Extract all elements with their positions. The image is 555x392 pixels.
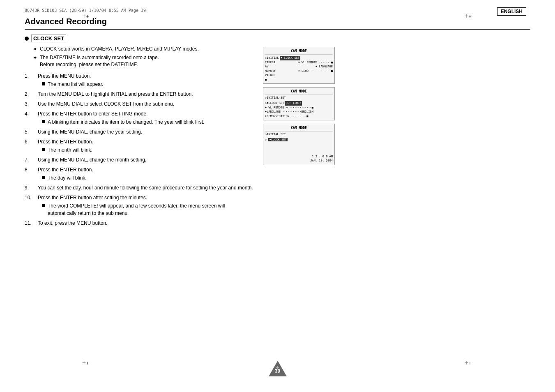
note-item-2: ✦ The DATE/TIME is automatically recorde… (33, 54, 255, 68)
step-num-4: 4. (25, 110, 36, 118)
diagram-1: CAM MODE ▷INITIAL ♦ CLOCK SET CAMERA ♦ W… (263, 47, 335, 84)
bullet-sq-4 (42, 120, 45, 123)
diag2-line1: ▷♦CLOCK SET SET TIME! (265, 101, 333, 106)
crosshair-tl: + (82, 12, 90, 21)
step-sub-1: The menu list will appear. (42, 81, 255, 88)
step-sub-6: The month will blink. (42, 146, 255, 154)
step-9: 9. You can set the day, hour and minute … (25, 184, 255, 191)
step-3: 3. Use the MENU DIAL to select CLOCK SET… (25, 100, 255, 108)
crosshair-br: + (465, 359, 473, 367)
diag2-subtitle: ▷INITIAL SET (265, 96, 333, 100)
step-content-7: Using the MENU DIAL, change the month se… (38, 156, 255, 164)
step-content-9: You can set the day, hour and minute fol… (38, 184, 255, 191)
note-text-1: CLOCK setup works in CAMERA, PLAYER, M.R… (40, 46, 199, 53)
step-num-8: 8. (25, 166, 36, 173)
step-6: 6. Press the ENTER button. The month wil… (25, 138, 255, 154)
step-num-6: 6. (25, 138, 36, 145)
diagram-3: CAM MODE ▷INITIAL SET ▷ ♦CLOCK SET 1 2 :… (263, 124, 335, 165)
diag3-highlight: ♦CLOCK SET (268, 138, 287, 141)
step-10: 10. Press the ENTER button after setting… (25, 194, 255, 217)
step-sub-4: A blinking item indicates the item to be… (42, 118, 255, 126)
step-num-2: 2. (25, 90, 36, 98)
diag2-highlight: SET TIME! (285, 101, 302, 106)
right-diagrams: CAM MODE ▷INITIAL ♦ CLOCK SET CAMERA ♦ W… (263, 47, 345, 229)
bullet-sq-6 (42, 148, 45, 151)
section-title: Advanced Recording (25, 17, 530, 30)
diag1-line2: CAMERA ♦ WL REMOTE ·······■ (265, 60, 333, 65)
step-content-2: Turn the MENU DIAL to highlight INITIAL … (38, 90, 255, 98)
diag3-time: 1 2 : 0 0 AM (265, 154, 333, 159)
diag3-line1: ▷ ♦CLOCK SET (265, 138, 333, 142)
step-num-1: 1. (25, 72, 36, 80)
step-11: 11. To exit, press the MENU button. (25, 219, 255, 227)
step-content-10: Press the ENTER button after setting the… (38, 194, 255, 217)
diagram-3-title: CAM MODE (265, 126, 333, 131)
crosshair-center-bottom: + (276, 364, 279, 371)
diagram-2: CAM MODE ▷INITIAL SET ▷♦CLOCK SET SET TI… (263, 87, 335, 120)
step-num-5: 5. (25, 128, 36, 136)
bullet-sq-8 (42, 176, 45, 179)
page-header: 00743R SCD103 SEA (28~59) 1/10/04 8:55 A… (25, 8, 530, 14)
diag1-line1: ▷INITIAL ♦ CLOCK SET (265, 56, 333, 60)
step-content-1: Press the MENU button. The menu list wil… (38, 72, 255, 88)
cross-symbol-1: ✦ (33, 46, 37, 53)
steps-list: 1. Press the MENU button. The menu list … (25, 72, 255, 227)
clock-set-heading: CLOCK SET (25, 35, 255, 42)
step-num-9: 9. (25, 184, 36, 191)
bullet-icon (25, 37, 29, 41)
bullet-sq-10 (42, 204, 45, 207)
step-content-6: Press the ENTER button. The month will b… (38, 138, 255, 154)
step-content-11: To exit, press the MENU button. (38, 219, 255, 227)
diag1-line6: ■ (265, 78, 333, 82)
left-content: CLOCK SET ✦ CLOCK setup works in CAMERA,… (25, 35, 255, 229)
step-content-3: Use the MENU DIAL to select CLOCK SET fr… (38, 100, 255, 108)
main-layout: CLOCK SET ✦ CLOCK setup works in CAMERA,… (25, 35, 530, 229)
diag1-line5: VIEWER (265, 73, 333, 78)
clock-set-notes: ✦ CLOCK setup works in CAMERA, PLAYER, M… (33, 46, 255, 68)
note-item-1: ✦ CLOCK setup works in CAMERA, PLAYER, M… (33, 46, 255, 53)
step-content-5: Using the MENU DIAL, change the year set… (38, 128, 255, 136)
step-5: 5. Using the MENU DIAL, change the year … (25, 128, 255, 136)
english-badge: ENGLISH (497, 8, 530, 14)
step-content-8: Press the ENTER button. The day will bli… (38, 166, 255, 182)
step-num-10: 10. (25, 194, 36, 201)
crosshair-bl: + (82, 359, 90, 367)
clock-set-label: CLOCK SET (31, 35, 66, 42)
diag1-line4: MEMORY ♦ DEMO ············■ (265, 69, 333, 74)
diag3-spacer (265, 142, 333, 154)
step-8: 8. Press the ENTER button. The day will … (25, 166, 255, 182)
diag1-highlight: ♦ CLOCK SET (280, 56, 300, 60)
step-4: 4. Press the ENTER button to enter SETTI… (25, 110, 255, 126)
step-content-4: Press the ENTER button to enter SETTING … (38, 110, 255, 126)
crosshair-tr: + (465, 12, 473, 21)
step-sub-8: The day will blink. (42, 174, 255, 182)
diag2-line4: ♦DEMONSTRATION ·········■ (265, 114, 333, 119)
step-num-3: 3. (25, 100, 36, 108)
diagram-2-title: CAM MODE (265, 89, 333, 95)
step-1: 1. Press the MENU button. The menu list … (25, 72, 255, 88)
step-sub-10: The word COMPLETE! will appear, and a fe… (42, 202, 255, 217)
step-2: 2. Turn the MENU DIAL to highlight INITI… (25, 90, 255, 98)
step-7: 7. Using the MENU DIAL, change the month… (25, 156, 255, 164)
diag1-line3: AV ♦ LANGUAGE (265, 65, 333, 69)
diag3-subtitle: ▷INITIAL SET (265, 133, 333, 137)
diag3-date: JAN. 10. 2004 (265, 159, 333, 163)
cross-symbol-2: ✦ (33, 54, 37, 62)
step-num-7: 7. (25, 156, 36, 164)
bullet-sq-1 (42, 82, 45, 85)
note-text-2: The DATE/TIME is automatically recorded … (40, 54, 159, 68)
diag2-line2: ♦ WL REMOTE ◄ ·············■ (265, 106, 333, 110)
step-num-11: 11. (25, 219, 36, 227)
diagram-1-title: CAM MODE (265, 49, 333, 55)
diag2-line3: ♦LANGUAGE ···········ENGLISH (265, 110, 333, 114)
